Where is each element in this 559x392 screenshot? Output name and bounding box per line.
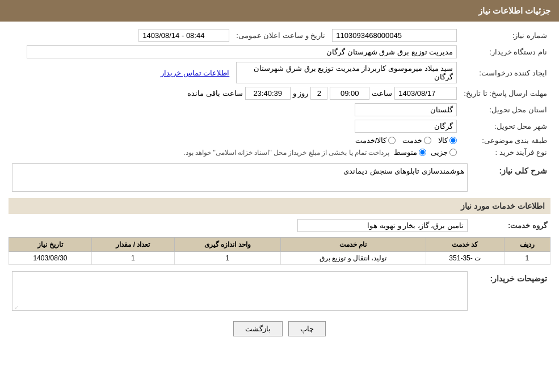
button-row: چاپ بازگشت xyxy=(9,321,550,336)
info-section: شماره نیاز: 1103093468000045 تاریخ و ساع… xyxy=(9,27,550,158)
cell-tarikh: 1403/08/30 xyxy=(9,252,92,265)
namDastgah-value: مدیریت توزیع برق شرق شهرستان گرگان xyxy=(27,45,457,58)
noeFarayand-jazzi-option[interactable]: جزیی xyxy=(431,148,457,157)
noeFarayand-motavasset-option[interactable]: متوسط xyxy=(394,148,426,157)
cell-radif: 1 xyxy=(504,252,550,265)
roz-label: روز و xyxy=(293,89,309,98)
page-title: جزئیات اطلاعات نیاز xyxy=(478,6,550,15)
noeFarayand-label: نوع فرآیند خرید : xyxy=(460,146,550,158)
tawzih-section: توضیحات خریدار: ↙ xyxy=(9,269,550,314)
tawzih-container: ↙ xyxy=(12,271,468,313)
saat-label: ساعت xyxy=(372,89,392,98)
mohlat-saat: 09:00 xyxy=(330,87,369,100)
sharhKoli-section: شرح کلی نیاز: هوشمندسازی تابلوهای سنجش د… xyxy=(9,162,550,193)
col-vahed: واحد اندازه گیری xyxy=(174,238,280,252)
noeFarayand-motavasset-radio[interactable] xyxy=(419,149,426,156)
cell-namKhadamat: تولید، انتقال و توزیع برق xyxy=(280,252,426,265)
table-row: 1 ت -35-351 تولید، انتقال و توزیع برق 1 … xyxy=(9,252,550,265)
col-tarikh: تاریخ نیاز xyxy=(9,238,92,252)
mohlat-label: مهلت ارسال پاسخ: تا تاریخ: xyxy=(460,85,550,102)
mohlat-date: 1403/08/17 xyxy=(394,87,457,100)
baqi-label: ساعت باقی مانده xyxy=(187,89,242,98)
cell-tedad: 1 xyxy=(91,252,174,265)
col-tedad: تعداد / مقدار xyxy=(91,238,174,252)
tabaqe-kalakhadamat-option[interactable]: کالا/خدمت xyxy=(355,136,396,145)
noeFarayand-jazzi-radio[interactable] xyxy=(449,149,457,156)
noeFarayand-jazzi-label: جزیی xyxy=(431,148,448,157)
tabaqe-label: طبقه بندی موضوعی: xyxy=(460,134,550,146)
mohlat-baqi: 23:40:39 xyxy=(245,87,291,100)
col-radif: ردیف xyxy=(504,238,550,252)
groheKhadamat-value: تامین برق، گاز، بخار و تهویه هوا xyxy=(297,219,468,232)
ijadKonande-label: ایجاد کننده درخواست: xyxy=(460,60,550,85)
sharhKoli-container: هوشمندسازی تابلوهای سنجش دیماندی xyxy=(12,163,468,192)
sharhKoli-value: هوشمندسازی تابلوهای سنجش دیماندی xyxy=(12,163,468,192)
ettelaatTamas-link[interactable]: اطلاعات تماس خریدار xyxy=(161,69,229,77)
service-table: ردیف کد خدمت نام خدمت واحد اندازه گیری ت… xyxy=(9,237,550,265)
ostan-value: گلستان xyxy=(355,103,457,116)
shomareNiaz-value: 1103093468000045 xyxy=(332,29,457,42)
tabaqe-khadamat-label: خدمت xyxy=(402,136,422,145)
tabaqe-kalakhadamat-radio[interactable] xyxy=(388,137,396,144)
noeFarayand-motavasset-label: متوسط xyxy=(394,148,417,157)
noeFarayand-note: پرداخت تمام یا بخشی از مبلغ خریداز محل "… xyxy=(183,149,389,157)
sharhKoli-label: شرح کلی نیاز: xyxy=(471,162,550,193)
print-button[interactable]: چاپ xyxy=(288,321,326,336)
tarikhAlan-label: تاریخ و ساعت اعلان عمومی: xyxy=(233,27,329,44)
tabaqe-kala-label: کالا xyxy=(438,136,448,145)
tabaqe-radio-group: کالا خدمت کالا/خدمت xyxy=(27,136,457,145)
tabaqe-kalakhadamat-label: کالا/خدمت xyxy=(355,136,387,145)
tabaqe-kala-option[interactable]: کالا xyxy=(438,136,457,145)
tawzih-textarea[interactable] xyxy=(12,271,468,311)
col-namKhadamat: نام خدمت xyxy=(280,238,426,252)
ostan-label: استان محل تحویل: xyxy=(460,102,550,118)
tarikhAlan-value: 1403/08/14 - 08:44 xyxy=(138,29,229,42)
page-header: جزئیات اطلاعات نیاز xyxy=(0,0,559,22)
shahr-label: شهر محل تحویل: xyxy=(460,118,550,134)
main-content: شماره نیاز: 1103093468000045 تاریخ و ساع… xyxy=(0,22,559,349)
back-button[interactable]: بازگشت xyxy=(233,321,283,336)
khadamat-section-header: اطلاعات خدمات مورد نیاز xyxy=(9,198,550,214)
groheKhadamat-row: گروه خدمت: تامین برق، گاز، بخار و تهویه … xyxy=(9,217,550,234)
tawzih-label: توضیحات خریدار: xyxy=(471,269,550,314)
col-kodKhadamat: کد خدمت xyxy=(426,238,504,252)
shomareNiaz-label: شماره نیاز: xyxy=(460,27,550,44)
resize-icon: ↙ xyxy=(14,304,19,310)
cell-kodKhadamat: ت -35-351 xyxy=(426,252,504,265)
ijadKonande-value: سید میلاد میرموسوی کاربرداز مدیریت توزیع… xyxy=(236,62,457,83)
mohlat-roz: 2 xyxy=(310,87,327,100)
tabaqe-khadamat-option[interactable]: خدمت xyxy=(402,136,431,145)
tabaqe-khadamat-radio[interactable] xyxy=(424,137,431,144)
groheKhadamat-label: گروه خدمت: xyxy=(471,217,550,234)
tabaqe-kala-radio[interactable] xyxy=(449,137,457,144)
page-wrapper: جزئیات اطلاعات نیاز شماره نیاز: 11030934… xyxy=(0,0,559,392)
cell-vahed: 1 xyxy=(174,252,280,265)
shahr-value: گرگان xyxy=(355,120,457,133)
namDastgah-label: نام دستگاه خریدار: xyxy=(460,44,550,60)
